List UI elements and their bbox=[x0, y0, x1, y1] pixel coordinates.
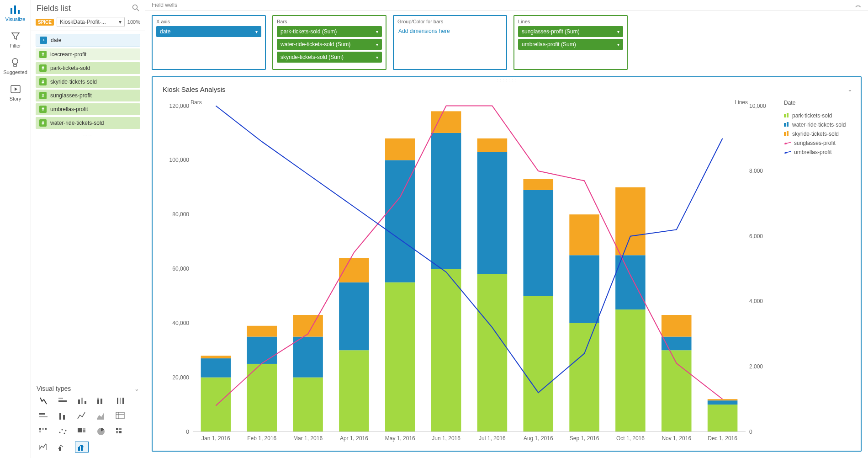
dataset-selector[interactable]: KioskData-Profit-... ▾ bbox=[57, 17, 125, 27]
visual-type-12[interactable] bbox=[75, 426, 89, 437]
field-umbrellas-profit[interactable]: #umbrellas-profit bbox=[36, 103, 140, 115]
chart-plot-area[interactable]: BarsLines020,00040,00060,00080,000100,00… bbox=[161, 96, 778, 451]
svg-text:8,000: 8,000 bbox=[749, 168, 763, 174]
well-pill[interactable]: date▾ bbox=[156, 26, 261, 37]
search-icon[interactable] bbox=[132, 4, 139, 13]
visual-type-3[interactable] bbox=[94, 395, 108, 406]
visual-type-17[interactable] bbox=[75, 442, 89, 453]
left-rail: Visualize Filter Suggested Story bbox=[0, 0, 31, 458]
lightbulb-icon bbox=[9, 57, 21, 69]
legend-item-park-tickets-sold[interactable]: park-tickets-sold bbox=[784, 112, 852, 119]
visual-type-4[interactable] bbox=[113, 395, 127, 406]
visual-type-6[interactable] bbox=[56, 410, 69, 421]
svg-text:Oct 1, 2016: Oct 1, 2016 bbox=[616, 435, 645, 442]
collapse-wells-icon[interactable]: ︽ bbox=[855, 1, 862, 9]
number-icon: # bbox=[39, 106, 47, 113]
svg-text:Mar 1, 2016: Mar 1, 2016 bbox=[293, 435, 323, 442]
legend-item-umbrellas-profit[interactable]: umbrellas-profit bbox=[784, 149, 852, 155]
visual-type-13[interactable] bbox=[94, 426, 108, 437]
svg-rect-9 bbox=[58, 400, 67, 402]
well-group-placeholder[interactable]: Add dimensions here bbox=[397, 26, 503, 36]
resize-handle[interactable]: ⋯⋯ bbox=[31, 132, 145, 138]
svg-rect-80 bbox=[477, 152, 508, 274]
svg-text:May 1, 2016: May 1, 2016 bbox=[385, 435, 415, 442]
well-lines[interactable]: Lines sunglasses-profit (Sum)▾umbrellas-… bbox=[513, 15, 628, 70]
svg-rect-62 bbox=[201, 358, 231, 378]
visual-type-5[interactable] bbox=[37, 410, 50, 421]
drag-handle-icon[interactable]: : : : : : : : bbox=[497, 78, 516, 82]
rail-story[interactable]: Story bbox=[10, 83, 21, 101]
visual-type-1[interactable] bbox=[56, 395, 69, 406]
svg-rect-11 bbox=[78, 399, 80, 404]
visual-type-15[interactable] bbox=[37, 442, 50, 453]
well-pill[interactable]: water-ride-tickets-sold (Sum)▾ bbox=[277, 39, 382, 50]
svg-rect-95 bbox=[708, 400, 738, 405]
well-pill[interactable]: skyride-tickets-sold (Sum)▾ bbox=[277, 52, 382, 63]
visual-type-8[interactable] bbox=[94, 410, 108, 421]
field-park-tickets-sold[interactable]: #park-tickets-sold bbox=[36, 62, 140, 74]
svg-text:4,000: 4,000 bbox=[749, 298, 763, 304]
chart-menu-icon[interactable]: ⌄ bbox=[847, 86, 852, 93]
svg-rect-2 bbox=[18, 10, 20, 14]
legend-line-icon bbox=[784, 140, 791, 146]
rail-suggested[interactable]: Suggested bbox=[3, 57, 27, 75]
field-wells-bar[interactable]: Field wells ︽ bbox=[145, 0, 868, 11]
well-pill[interactable]: park-tickets-sold (Sum)▾ bbox=[277, 26, 382, 37]
rail-visualize[interactable]: Visualize bbox=[5, 4, 26, 22]
well-pill[interactable]: umbrellas-profit (Sum)▾ bbox=[518, 39, 623, 50]
rail-filter[interactable]: Filter bbox=[10, 30, 21, 48]
svg-rect-85 bbox=[569, 323, 599, 432]
well-bars[interactable]: Bars park-tickets-sold (Sum)▾water-ride-… bbox=[272, 15, 386, 70]
svg-rect-110 bbox=[784, 114, 786, 117]
legend-swatch-icon bbox=[784, 131, 789, 137]
field-skyride-tickets-sold[interactable]: #skyride-tickets-sold bbox=[36, 76, 140, 88]
well-pill[interactable]: sunglasses-profit (Sum)▾ bbox=[518, 26, 623, 37]
chart-svg: BarsLines020,00040,00060,00080,000100,00… bbox=[161, 96, 778, 451]
visual-type-11[interactable] bbox=[56, 426, 69, 437]
field-water-ride-tickets-sold[interactable]: #water-ride-tickets-sold bbox=[36, 117, 140, 129]
svg-rect-14 bbox=[97, 399, 99, 404]
visual-type-9[interactable] bbox=[113, 410, 127, 421]
visual-type-2[interactable] bbox=[75, 395, 89, 406]
svg-rect-64 bbox=[247, 364, 277, 432]
visual-type-0[interactable] bbox=[37, 395, 50, 406]
svg-text:120,000: 120,000 bbox=[169, 103, 190, 109]
legend-item-skyride-tickets-sold[interactable]: skyride-tickets-sold bbox=[784, 131, 852, 137]
svg-rect-86 bbox=[569, 255, 599, 323]
legend-swatch-icon bbox=[784, 112, 789, 119]
field-icecream-profit[interactable]: #icecream-profit bbox=[36, 48, 140, 60]
svg-rect-17 bbox=[117, 398, 118, 404]
svg-rect-21 bbox=[39, 416, 48, 417]
svg-rect-0 bbox=[11, 8, 12, 14]
rail-filter-label: Filter bbox=[10, 43, 21, 48]
svg-point-31 bbox=[59, 432, 61, 433]
visual-type-7[interactable] bbox=[75, 410, 89, 421]
visual-type-10[interactable] bbox=[37, 426, 50, 437]
main-area: Field wells ︽ X axis date▾ Bars park-tic… bbox=[145, 0, 868, 458]
svg-rect-1 bbox=[14, 5, 16, 14]
legend-item-water-ride-tickets-sold[interactable]: water-ride-tickets-sold bbox=[784, 122, 852, 128]
legend-item-sunglasses-profit[interactable]: sunglasses-profit bbox=[784, 140, 852, 146]
svg-rect-30 bbox=[39, 431, 41, 432]
visual-types-grid bbox=[37, 395, 139, 453]
svg-text:6,000: 6,000 bbox=[749, 233, 763, 240]
bar-chart-icon bbox=[9, 4, 21, 16]
well-group[interactable]: Group/Color for bars Add dimensions here bbox=[393, 15, 507, 70]
svg-rect-15 bbox=[97, 398, 99, 399]
field-label: park-tickets-sold bbox=[50, 65, 90, 71]
svg-point-119 bbox=[785, 152, 787, 154]
svg-text:80,000: 80,000 bbox=[172, 211, 189, 218]
svg-text:60,000: 60,000 bbox=[172, 266, 189, 272]
field-date[interactable]: date bbox=[36, 34, 140, 47]
visual-type-14[interactable] bbox=[113, 426, 127, 437]
collapse-icon[interactable]: ⌄ bbox=[134, 385, 139, 392]
svg-rect-40 bbox=[119, 428, 122, 430]
svg-rect-79 bbox=[477, 274, 508, 432]
chart-legend: Date park-tickets-soldwater-ride-tickets… bbox=[778, 96, 855, 451]
svg-rect-42 bbox=[119, 431, 122, 433]
chart-container[interactable]: : : : : : : : Kiosk Sales Analysis ⌄ Bar… bbox=[152, 76, 862, 452]
svg-rect-84 bbox=[523, 179, 553, 190]
visual-type-16[interactable] bbox=[56, 442, 69, 453]
field-sunglasses-profit[interactable]: #sunglasses-profit bbox=[36, 90, 140, 101]
well-xaxis[interactable]: X axis date▾ bbox=[152, 15, 266, 70]
